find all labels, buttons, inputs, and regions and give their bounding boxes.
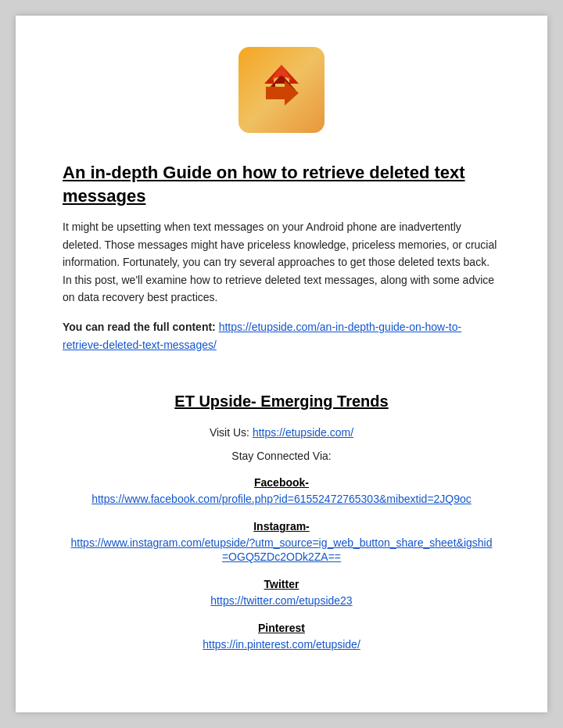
- logo-section: [63, 47, 500, 133]
- pinterest-block: Pinterest https://in.pinterest.com/etups…: [63, 622, 500, 651]
- twitter-label: Twitter: [63, 578, 500, 590]
- visit-url-link[interactable]: https://etupside.com/: [253, 426, 353, 439]
- svg-marker-2: [266, 81, 299, 106]
- instagram-label: Instagram-: [63, 520, 500, 533]
- article-body: It might be upsetting when text messages…: [63, 218, 500, 306]
- twitter-block: Twitter https://twitter.com/etupside23: [63, 578, 500, 608]
- twitter-link[interactable]: https://twitter.com/etupside23: [210, 594, 352, 607]
- full-content-label: You can read the full content:: [63, 321, 216, 333]
- facebook-link[interactable]: https://www.facebook.com/profile.php?id=…: [91, 493, 472, 505]
- pinterest-label: Pinterest: [63, 622, 500, 634]
- brand-title: ET Upside- Emerging Trends: [63, 393, 500, 411]
- et-upside-logo-icon: [250, 59, 313, 121]
- article-section: An in-depth Guide on how to retrieve del…: [63, 161, 500, 353]
- stay-connected-label: Stay Connected Via:: [63, 450, 500, 462]
- brand-section: ET Upside- Emerging Trends Visit Us: htt…: [63, 393, 500, 651]
- instagram-link[interactable]: https://www.instagram.com/etupside/?utm_…: [71, 536, 493, 563]
- visit-line: Visit Us: https://etupside.com/: [63, 426, 500, 439]
- instagram-block: Instagram- https://www.instagram.com/etu…: [63, 520, 500, 564]
- page-container: An in-depth Guide on how to retrieve del…: [16, 16, 547, 712]
- facebook-label: Facebook-: [63, 476, 500, 489]
- article-title: An in-depth Guide on how to retrieve del…: [63, 161, 500, 207]
- visit-label: Visit Us:: [210, 426, 249, 439]
- full-content-line: You can read the full content: https://e…: [63, 318, 500, 353]
- facebook-block: Facebook- https://www.facebook.com/profi…: [63, 476, 500, 506]
- pinterest-link[interactable]: https://in.pinterest.com/etupside/: [203, 638, 360, 651]
- logo-wrapper: [238, 47, 325, 133]
